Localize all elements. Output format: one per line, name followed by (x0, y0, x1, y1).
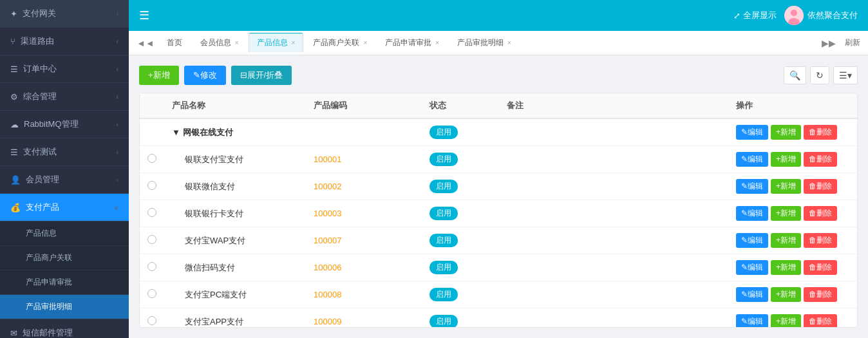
add-child-button[interactable]: +新增 (771, 314, 801, 328)
sidebar-item-member-management[interactable]: 👤 会员管理 ‹ (0, 166, 129, 194)
chevron-left-icon: ‹ (117, 121, 118, 128)
sidebar-item-payment-product[interactable]: 💰 支付产品 ∨ (0, 194, 129, 221)
row-product-name: 支付宝WAP支付 (164, 227, 306, 254)
refresh-button[interactable]: 刷新 (842, 36, 863, 50)
payment-product-icon: 💰 (10, 203, 21, 212)
delete-row-button[interactable]: 🗑删除 (804, 233, 837, 248)
add-child-button[interactable]: +新增 (771, 125, 801, 140)
sidebar-item-channel-routing[interactable]: ⑂ 渠道路由 ‹ (0, 28, 129, 55)
row-actions: ✎编辑 +新增 🗑删除 (728, 173, 857, 200)
add-child-button[interactable]: +新增 (771, 179, 801, 194)
radio-button[interactable] (147, 154, 156, 163)
tab-product-review-close[interactable]: × (435, 39, 439, 46)
delete-row-button[interactable]: 🗑删除 (804, 314, 837, 328)
fullscreen-button[interactable]: ⤢ 全屏显示 (733, 10, 777, 21)
edit-row-button[interactable]: ✎编辑 (736, 125, 768, 140)
row-remark (499, 118, 728, 146)
edit-row-button[interactable]: ✎编辑 (736, 260, 768, 275)
row-product-code: 100008 (306, 281, 422, 308)
add-button[interactable]: +新增 (139, 66, 179, 85)
row-remark (499, 200, 728, 227)
edit-row-button[interactable]: ✎编辑 (736, 314, 768, 328)
edit-row-button[interactable]: ✎编辑 (736, 206, 768, 221)
edit-row-button[interactable]: ✎编辑 (736, 152, 768, 167)
table-row: 银联支付宝支付100001启用 ✎编辑 +新增 🗑删除 (140, 146, 857, 173)
delete-row-button[interactable]: 🗑删除 (804, 152, 837, 167)
sidebar-item-sms-email[interactable]: ✉ 短信邮件管理 (0, 319, 129, 338)
tab-product-detail[interactable]: 产品审批明细 × (449, 33, 520, 53)
radio-button[interactable] (147, 235, 156, 244)
tab-product-merchant-close[interactable]: × (363, 39, 367, 46)
sidebar-sub-item-product-info[interactable]: 产品信息 (0, 221, 129, 246)
tab-product-info-close[interactable]: × (292, 39, 296, 46)
delete-row-button[interactable]: 🗑删除 (804, 206, 837, 221)
expand-tree-icon[interactable]: ▼ (172, 127, 180, 137)
row-product-name: 支付宝APP支付 (164, 308, 306, 328)
main-content: ☰ ⤢ 全屏显示 依然聚合支付 ◄◄ 首页 (129, 0, 868, 338)
sidebar-sub-item-product-review[interactable]: 产品申请审批 (0, 270, 129, 295)
tab-home[interactable]: 首页 (158, 33, 191, 53)
refresh-icon-button[interactable]: ↻ (810, 66, 829, 84)
radio-button[interactable] (147, 181, 156, 190)
row-status: 启用 (422, 281, 499, 308)
tab-prev-button[interactable]: ◄◄ (134, 37, 157, 50)
sidebar-sub-item-product-merchant[interactable]: 产品商户关联 (0, 246, 129, 270)
tab-next-button[interactable]: ▶▶ (819, 37, 838, 50)
delete-row-button[interactable]: 🗑删除 (804, 260, 837, 275)
add-child-button[interactable]: +新增 (771, 206, 801, 221)
table-row: 支付宝APP支付100009启用 ✎编辑 +新增 🗑删除 (140, 308, 857, 328)
product-table: 产品名称 产品编码 状态 备注 操作 ▼ 网银在线支付启用 ✎编辑 +新增 🗑删… (139, 93, 858, 328)
sidebar-sub-item-product-detail[interactable]: 产品审批明细 (0, 295, 129, 319)
sidebar-item-order-center[interactable]: ☰ 订单中心 ‹ (0, 55, 129, 83)
tab-member-info[interactable]: 会员信息 × (192, 33, 247, 53)
delete-row-button[interactable]: 🗑删除 (804, 125, 837, 140)
sidebar-item-payment-test[interactable]: ☰ 支付测试 ‹ (0, 138, 129, 166)
expand-button[interactable]: ⊟展开/折叠 (231, 66, 292, 85)
sidebar-item-payment-gateway[interactable]: ✦ 支付网关 ‹ (0, 0, 129, 28)
sidebar-item-label: RabbitMQ管理 (24, 118, 79, 130)
row-actions: ✎编辑 +新增 🗑删除 (728, 254, 857, 281)
add-child-button[interactable]: +新增 (771, 152, 801, 167)
edit-row-button[interactable]: ✎编辑 (736, 179, 768, 194)
user-menu[interactable]: 依然聚合支付 (784, 6, 858, 25)
column-settings-button[interactable]: ☰▾ (833, 66, 858, 84)
edit-row-button[interactable]: ✎编辑 (736, 287, 768, 302)
sidebar-item-label: 短信邮件管理 (23, 327, 73, 338)
tab-member-info-close[interactable]: × (235, 39, 239, 46)
radio-button[interactable] (147, 208, 156, 217)
radio-button[interactable] (147, 316, 156, 325)
table-row: 银联银行卡支付100003启用 ✎编辑 +新增 🗑删除 (140, 200, 857, 227)
tab-product-review[interactable]: 产品申请审批 × (377, 33, 448, 53)
radio-button[interactable] (147, 289, 156, 298)
page-content: +新增 ✎修改 ⊟展开/折叠 🔍 ↻ ☰▾ 产品名称 产品编码 状态 (129, 55, 868, 338)
row-product-code: 100007 (306, 227, 422, 254)
row-remark (499, 173, 728, 200)
add-child-button[interactable]: +新增 (771, 233, 801, 248)
delete-row-button[interactable]: 🗑删除 (804, 287, 837, 302)
sidebar-item-rabbitmq[interactable]: ☁ RabbitMQ管理 ‹ (0, 111, 129, 138)
row-remark (499, 281, 728, 308)
table-row: ▼ 网银在线支付启用 ✎编辑 +新增 🗑删除 (140, 118, 857, 146)
row-remark (499, 254, 728, 281)
row-radio-cell (140, 308, 164, 328)
tab-product-merchant-label: 产品商户关联 (313, 37, 359, 48)
row-product-name: 银联支付宝支付 (164, 146, 306, 173)
tab-product-merchant[interactable]: 产品商户关联 × (305, 33, 375, 53)
add-child-button[interactable]: +新增 (771, 287, 801, 302)
row-radio-cell (140, 281, 164, 308)
menu-toggle-icon[interactable]: ☰ (139, 8, 149, 23)
edit-row-button[interactable]: ✎编辑 (736, 233, 768, 248)
table-row: 微信扫码支付100006启用 ✎编辑 +新增 🗑删除 (140, 254, 857, 281)
add-child-button[interactable]: +新增 (771, 260, 801, 275)
sidebar: ✦ 支付网关 ‹ ⑂ 渠道路由 ‹ ☰ 订单中心 ‹ ⚙ 综合管理 ‹ ☁ Ra… (0, 0, 129, 338)
sidebar-item-general-management[interactable]: ⚙ 综合管理 ‹ (0, 83, 129, 111)
chevron-down-icon: ∨ (114, 204, 118, 211)
radio-button[interactable] (147, 262, 156, 271)
row-radio-cell (140, 173, 164, 200)
search-icon-button[interactable]: 🔍 (784, 66, 806, 84)
edit-button[interactable]: ✎修改 (184, 66, 226, 85)
tab-product-detail-label: 产品审批明细 (457, 37, 504, 48)
tab-product-info[interactable]: 产品信息 × (249, 33, 304, 53)
delete-row-button[interactable]: 🗑删除 (804, 179, 837, 194)
tab-product-detail-close[interactable]: × (507, 39, 511, 46)
